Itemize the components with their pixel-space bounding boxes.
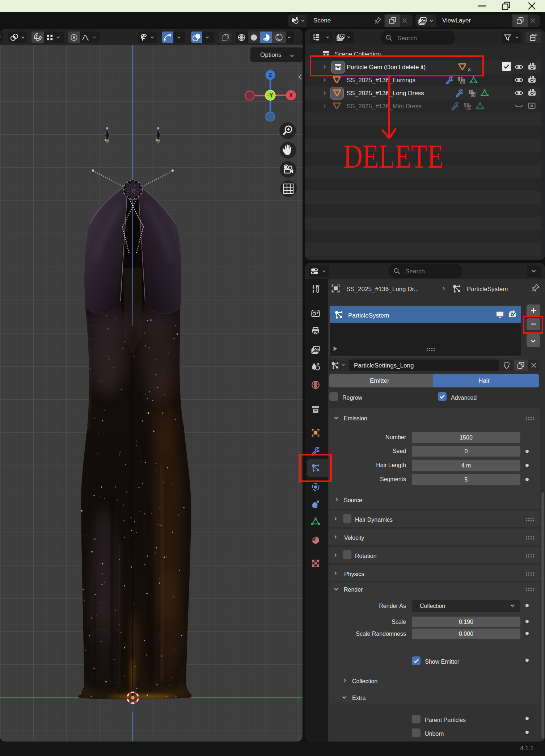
svg-text:-Y: -Y xyxy=(267,92,273,98)
svg-text:Z: Z xyxy=(269,72,272,78)
svg-text:X: X xyxy=(289,92,293,98)
